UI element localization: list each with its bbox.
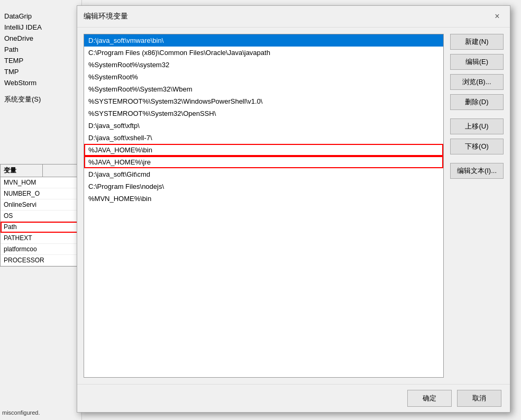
ok-button[interactable]: 确定 [407, 390, 452, 407]
path-entry-10[interactable]: %JAVA_HOME%\jre [84, 156, 443, 168]
dialog-body: D:\java_soft\vmware\bin\ C:\Program File… [77, 28, 510, 384]
button-panel: 新建(N) 编辑(E) 浏览(B)... 删除(D) 上移(U) 下移(O) 编… [450, 34, 504, 378]
table-header: 变量 [1, 165, 81, 177]
table-row[interactable]: PROCESSOR [1, 255, 81, 266]
sidebar-item-onedrive[interactable]: OneDrive [0, 33, 81, 44]
delete-button[interactable]: 删除(D) [450, 94, 504, 110]
edit-text-button[interactable]: 编辑文本(I)... [450, 163, 504, 179]
path-entry-8[interactable]: D:\java_soft\xshell-7\ [84, 132, 443, 144]
move-down-button[interactable]: 下移(O) [450, 139, 504, 154]
path-entry-3[interactable]: %SystemRoot% [84, 71, 443, 83]
table-row[interactable]: OnlineServi [1, 199, 81, 211]
system-var-label: 系统变量(S) [0, 88, 81, 106]
sidebar: DataGrip IntelliJ IDEA OneDrive Path TEM… [0, 0, 82, 420]
bottom-status-text: misconfigured. [2, 409, 40, 416]
table-row[interactable]: PATHEXT [1, 233, 81, 244]
edit-env-var-dialog: 编辑环境变量 × D:\java_soft\vmware\bin\ C:\Pro… [77, 5, 510, 413]
sidebar-item-webstorm[interactable]: WebStorm [0, 77, 81, 88]
col-var: 变量 [1, 165, 43, 177]
dialog-title: 编辑环境变量 [84, 12, 128, 21]
path-entry-0[interactable]: D:\java_soft\vmware\bin\ [84, 34, 443, 47]
move-up-button[interactable]: 上移(U) [450, 118, 504, 134]
path-entry-1[interactable]: C:\Program Files (x86)\Common Files\Orac… [84, 47, 443, 59]
sidebar-item-tmp[interactable]: TMP [0, 66, 81, 77]
table-row[interactable]: platformcoo [1, 244, 81, 255]
table-row-path[interactable]: Path [1, 222, 81, 233]
sidebar-item-path[interactable]: Path [0, 44, 81, 55]
path-entry-4[interactable]: %SystemRoot%\System32\Wbem [84, 83, 443, 95]
browse-button[interactable]: 浏览(B)... [450, 74, 504, 90]
path-list[interactable]: D:\java_soft\vmware\bin\ C:\Program File… [84, 34, 444, 378]
table-row[interactable]: NUMBER_O [1, 188, 81, 199]
path-entry-12[interactable]: C:\Program Files\nodejs\ [84, 180, 443, 193]
cancel-button[interactable]: 取消 [457, 390, 501, 407]
sidebar-item-datagrip[interactable]: DataGrip [0, 11, 81, 22]
table-row[interactable]: MVN_HOM [1, 177, 81, 188]
close-button[interactable]: × [491, 10, 504, 23]
table-row[interactable]: OS [1, 211, 81, 222]
path-entry-11[interactable]: D:\java_soft\Git\cmd [84, 168, 443, 180]
path-entry-13[interactable]: %MVN_HOME%\bin [84, 193, 443, 205]
dialog-footer: 确定 取消 [77, 384, 510, 412]
dialog-title-bar: 编辑环境变量 × [77, 6, 510, 28]
edit-button[interactable]: 编辑(E) [450, 54, 504, 70]
path-entry-2[interactable]: %SystemRoot%\system32 [84, 59, 443, 71]
path-entry-9[interactable]: %JAVA_HOME%\bin [84, 144, 443, 156]
system-var-table: 变量 MVN_HOM NUMBER_O OnlineServi OS Path … [0, 164, 82, 267]
path-entry-5[interactable]: %SYSTEMROOT%\System32\WindowsPowerShell\… [84, 95, 443, 107]
path-entry-6[interactable]: %SYSTEMROOT%\System32\OpenSSH\ [84, 107, 443, 120]
sidebar-item-intellij[interactable]: IntelliJ IDEA [0, 22, 81, 33]
sidebar-item-temp[interactable]: TEMP [0, 55, 81, 66]
new-button[interactable]: 新建(N) [450, 34, 504, 50]
path-entry-7[interactable]: D:\java_soft\xftp\ [84, 120, 443, 132]
